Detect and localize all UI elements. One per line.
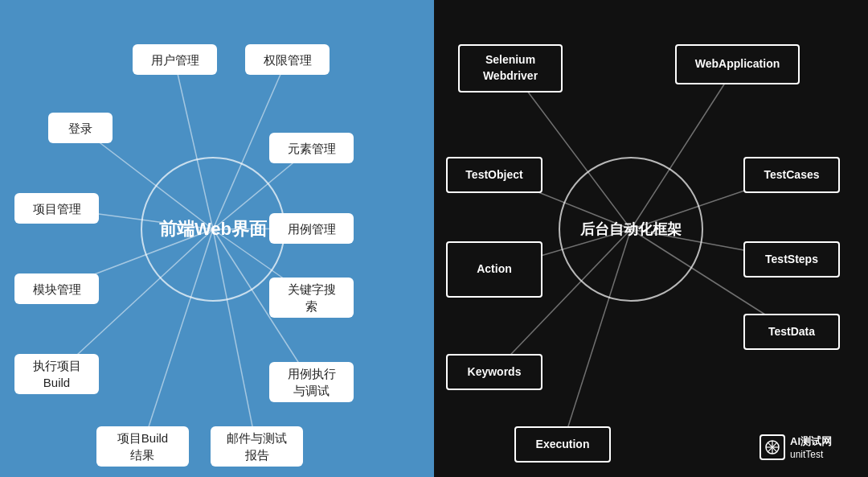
node-selenium: SeleniumWebdriver <box>458 44 563 93</box>
node-keyword-search: 关键字搜索 <box>269 278 354 318</box>
node-user-mgmt: 用户管理 <box>133 44 217 75</box>
node-elem-mgmt: 元素管理 <box>269 133 354 163</box>
logo-line2: unitTest <box>790 449 832 460</box>
main-container: 前端Web界面 用户管理 权限管理 登录 元素管理 项目管理 用例管理 模块管理 <box>0 0 868 477</box>
logo-text-block: AI测试网 unitTest <box>790 434 832 460</box>
logo-icon <box>760 434 785 460</box>
left-panel: 前端Web界面 用户管理 权限管理 登录 元素管理 项目管理 用例管理 模块管理 <box>0 0 434 477</box>
node-testobj: TestObject <box>446 157 542 193</box>
node-webapp: WebApplication <box>675 44 800 84</box>
node-keywords: Keywords <box>446 354 542 390</box>
node-module-mgmt: 模块管理 <box>14 273 99 304</box>
node-perm-mgmt: 权限管理 <box>245 44 330 75</box>
node-execution: Execution <box>514 426 611 463</box>
node-proj-mgmt: 项目管理 <box>14 193 99 224</box>
right-circle-label: 后台自动化框架 <box>580 220 682 239</box>
node-action: Action <box>446 241 542 298</box>
left-circle: 前端Web界面 <box>141 157 285 302</box>
node-login: 登录 <box>48 113 113 143</box>
node-email-report: 邮件与测试报告 <box>211 426 303 467</box>
logo-box: AI测试网 unitTest <box>743 426 848 468</box>
right-panel: 后台自动化框架 SeleniumWebdriver WebApplication… <box>434 0 868 477</box>
node-case-exec: 用例执行与调试 <box>269 362 354 402</box>
node-build-result: 项目Build结果 <box>96 426 189 467</box>
node-testcases: TestCases <box>743 157 840 193</box>
logo-line1: AI测试网 <box>790 434 832 449</box>
node-testdata: TestData <box>743 314 840 350</box>
node-case-mgmt: 用例管理 <box>269 213 354 244</box>
left-circle-label: 前端Web界面 <box>159 217 267 241</box>
logo-svg <box>764 439 780 455</box>
node-teststeps: TestSteps <box>743 241 840 278</box>
node-exec-build: 执行项目Build <box>14 354 99 394</box>
right-circle: 后台自动化框架 <box>559 157 703 302</box>
